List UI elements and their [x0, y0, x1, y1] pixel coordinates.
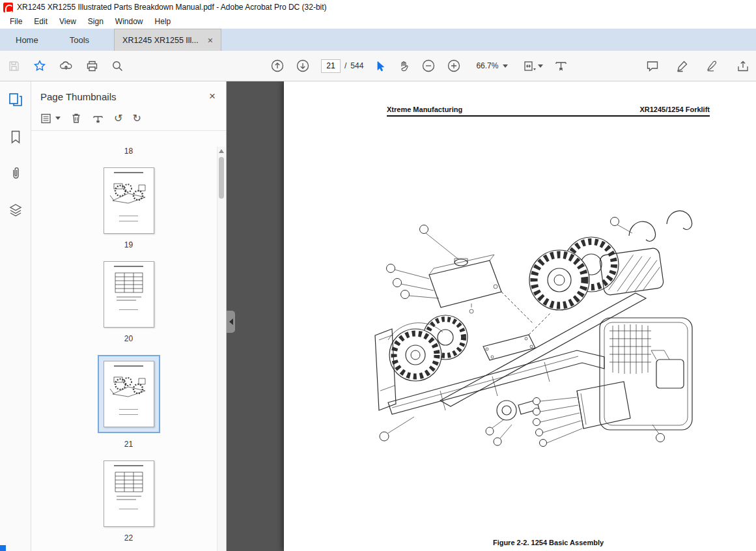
menu-sign[interactable]: Sign	[82, 16, 109, 27]
forklift-exploded-diagram	[362, 195, 707, 488]
thumbnail-list: 18 19	[31, 131, 226, 551]
panel-scrollbar[interactable]	[217, 147, 225, 551]
thumbnail-page-20[interactable]: 20	[104, 261, 154, 343]
tab-tools[interactable]: Tools	[54, 29, 105, 51]
thumbnail-page-19[interactable]: 19	[104, 167, 154, 249]
window-titlebar: XR1245 XR1255 Illustrated Parts Breakdow…	[0, 0, 756, 14]
layers-rail-button[interactable]	[8, 203, 23, 219]
rail-bottom-accent	[0, 545, 6, 551]
thumbnail-page-18[interactable]: 18	[124, 140, 133, 156]
thumbnail-image	[104, 261, 154, 328]
page-header-right: XR1245/1254 Forklift	[639, 106, 710, 113]
bookmarks-rail-button[interactable]	[8, 130, 23, 147]
menu-view[interactable]: View	[53, 16, 82, 27]
main-area: Page Thumbnails × ↺ ↻ 18	[0, 81, 756, 551]
page-thumbnails-panel: Page Thumbnails × ↺ ↻ 18	[31, 81, 227, 551]
thumbnail-options-button[interactable]	[40, 113, 61, 124]
next-page-button[interactable]	[296, 59, 310, 73]
zoom-in-button[interactable]	[447, 59, 461, 73]
toolbar: / 544 66.7%	[0, 51, 756, 81]
zoom-level-dropdown[interactable]: 66.7%	[472, 59, 512, 72]
menu-file[interactable]: File	[4, 16, 28, 27]
zoom-out-button[interactable]	[421, 59, 436, 73]
tabbar: Home Tools XR1245 XR1255 Ill... ×	[0, 29, 756, 51]
delete-pages-button[interactable]	[70, 112, 82, 124]
tab-document[interactable]: XR1245 XR1255 Ill... ×	[114, 29, 221, 51]
thumbnail-image	[104, 361, 154, 427]
window-title: XR1245 XR1255 Illustrated Parts Breakdow…	[17, 3, 327, 12]
document-canvas[interactable]: Xtreme Manufacturing XR1245/1254 Forklif…	[227, 81, 756, 551]
navigation-rail	[0, 81, 31, 551]
thumbnail-label: 18	[124, 147, 133, 156]
sign-button[interactable]	[706, 60, 720, 72]
rotate-clockwise-icon[interactable]: ↻	[132, 113, 141, 124]
menu-window[interactable]: Window	[109, 16, 149, 27]
thumbnail-page-21-selected[interactable]: 21	[98, 355, 160, 449]
highlight-button[interactable]	[676, 60, 689, 72]
resize-thumbnails-button[interactable]	[92, 112, 104, 124]
page-divider: /	[344, 61, 346, 70]
chevron-down-icon	[55, 117, 61, 120]
acrobat-logo-icon	[3, 3, 13, 12]
page-header-rule	[387, 115, 710, 117]
menu-edit[interactable]: Edit	[28, 16, 53, 27]
search-zoom-button[interactable]	[111, 60, 124, 72]
share-button[interactable]	[736, 60, 749, 72]
collapse-panel-button[interactable]	[227, 311, 235, 333]
attachments-rail-button[interactable]	[8, 166, 23, 183]
pdf-page: Xtreme Manufacturing XR1245/1254 Forklif…	[284, 81, 756, 551]
tab-close-icon[interactable]: ×	[208, 35, 213, 46]
thumbnail-label: 20	[124, 334, 133, 343]
comment-button[interactable]	[646, 60, 659, 72]
tab-home[interactable]: Home	[0, 29, 54, 51]
menu-help[interactable]: Help	[149, 16, 177, 27]
page-number-input[interactable]	[321, 59, 341, 73]
figure-caption: Figure 2-2. 1254 Basic Assembly	[387, 539, 710, 546]
page-total: 544	[350, 61, 363, 70]
panel-close-icon[interactable]: ×	[209, 90, 216, 103]
thumbnail-page-22[interactable]: 22	[104, 460, 154, 543]
scroll-up-icon[interactable]	[219, 149, 224, 153]
zoom-level-value: 66.7%	[476, 61, 498, 70]
reading-mode-button[interactable]	[554, 60, 568, 72]
chevron-left-icon	[229, 318, 233, 325]
page-number-control: / 544	[321, 59, 363, 73]
tab-document-label: XR1245 XR1255 Ill...	[122, 36, 199, 45]
thumbnail-label: 22	[124, 533, 133, 543]
thumbnail-selection-frame	[98, 355, 160, 433]
page-thumbnails-rail-button[interactable]	[8, 92, 23, 110]
thumbnail-label: 21	[124, 440, 133, 449]
save-button[interactable]	[8, 60, 20, 72]
panel-title: Page Thumbnails	[40, 91, 116, 102]
thumbnail-image	[104, 460, 154, 527]
panel-toolbar: ↺ ↻	[31, 109, 226, 131]
page-header-left: Xtreme Manufacturing	[387, 106, 462, 113]
rotate-counterclockwise-icon[interactable]: ↺	[114, 113, 122, 124]
star-button[interactable]	[33, 59, 46, 72]
previous-page-button[interactable]	[270, 59, 285, 73]
cloud-upload-button[interactable]	[59, 60, 73, 72]
hand-tool-button[interactable]	[398, 60, 410, 72]
thumbnail-label: 19	[124, 240, 133, 249]
chevron-down-icon	[538, 64, 543, 68]
page-fit-dropdown[interactable]	[523, 60, 543, 72]
thumbnail-image	[104, 167, 154, 234]
menubar: File Edit View Sign Window Help	[0, 14, 756, 29]
scrollbar-thumb[interactable]	[219, 157, 224, 199]
print-button[interactable]	[86, 60, 98, 72]
chevron-down-icon	[503, 64, 508, 68]
select-tool-button[interactable]	[374, 60, 387, 72]
